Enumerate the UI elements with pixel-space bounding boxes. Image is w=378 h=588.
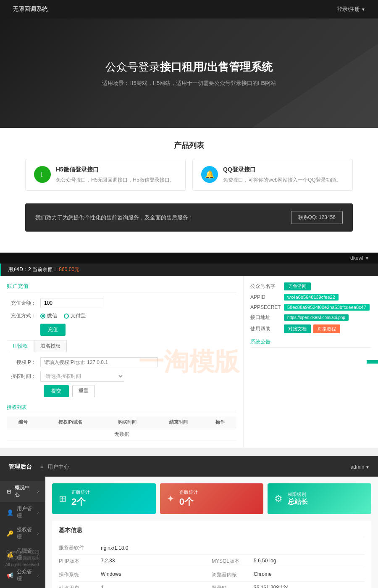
contact-text: 我们致力于为您提供个性化的售前咨询服务，及全面的售后服务！ bbox=[35, 214, 194, 221]
time-select[interactable]: 请选择授权时间 bbox=[40, 371, 124, 382]
sys-notice-label: 系统公告 bbox=[250, 338, 371, 348]
browser-val: Chrome bbox=[254, 571, 272, 578]
os-row: 操作系统 Windows bbox=[59, 568, 212, 582]
pirate-value: 0个 bbox=[179, 496, 257, 508]
tab-domain[interactable]: 域名授权 bbox=[34, 340, 67, 352]
hero-title: 公众号登录接口租用/出售管理系统 bbox=[105, 60, 272, 74]
help-key: 使用帮助 bbox=[250, 325, 284, 332]
server-val: nginx/1.18.0 bbox=[101, 545, 128, 551]
user-panel-content: 一淘模版 暂时只能 账户充值 充值金额： 充值方式： 微信 bbox=[0, 276, 378, 448]
siteuser-key: 站点用户 bbox=[59, 585, 101, 588]
mysql-key: MYSQL版本 bbox=[212, 558, 254, 565]
url-value: https://open.dkewl.com/api.php bbox=[284, 314, 349, 321]
sidebar-label-users: 用户管理 bbox=[17, 505, 34, 519]
col-action: 操作 bbox=[204, 417, 236, 428]
php-key: PHP版本 bbox=[59, 558, 101, 565]
recharge-submit-button[interactable]: 充值 bbox=[40, 324, 66, 336]
admin-user[interactable]: admin bbox=[351, 464, 370, 470]
admin-main: ⊞ 正版统计 2个 ✦ 盗版统计 0个 ⚙ 权限级别 bbox=[45, 477, 378, 588]
sidebar-label-auth: 授权管理 bbox=[17, 526, 34, 541]
login-button[interactable]: 登录/注册 bbox=[337, 5, 365, 13]
basic-info-title: 基本信息 bbox=[59, 527, 365, 537]
stat-card-legit: ⊞ 正版统计 2个 bbox=[52, 483, 156, 514]
sidebar-label-dashboard: 概况中心 bbox=[15, 484, 34, 498]
ip-input[interactable] bbox=[40, 357, 158, 367]
loginip-key: 登录IP bbox=[212, 585, 254, 588]
product-desc-qq: 免费接口，可将你的web网站接入一个QQ登录功能。 bbox=[223, 176, 341, 184]
user-info-bar: 用户ID：2 当前余额： 860.00元 bbox=[0, 264, 378, 276]
stats-row: ⊞ 正版统计 2个 ✦ 盗版统计 0个 ⚙ 权限级别 bbox=[52, 483, 371, 514]
nav-title-text: 用户中心 bbox=[47, 464, 69, 470]
hero-section: 公众号登录接口租用/出售管理系统 适用场景：H5游戏，H5网站，适用于一切需要公… bbox=[0, 18, 378, 128]
appid-key: APPID bbox=[250, 294, 284, 300]
browser-row: 浏览器内核 Chrome bbox=[212, 568, 365, 582]
qq-icon: 🔔 bbox=[201, 166, 218, 183]
time-label: 授权时间： bbox=[7, 373, 36, 380]
tab-ip[interactable]: IP授权 bbox=[7, 340, 34, 352]
product-desc-wechat: 免公众号接口，H5无限回调接口，H5微信登录接口。 bbox=[56, 176, 175, 184]
site-title: 无限回调系统 bbox=[13, 5, 48, 13]
payment-methods: 微信 支付宝 bbox=[40, 312, 86, 319]
level-icon: ⚙ bbox=[274, 493, 283, 504]
sidebar-item-dashboard[interactable]: ⊞ 概况中心 › bbox=[0, 481, 45, 502]
product-section-title: 产品列表 bbox=[25, 140, 353, 150]
mysql-row: MYSQL版本 5.6.50-log bbox=[212, 555, 365, 568]
no-data-text: 无数据 bbox=[7, 428, 236, 441]
user-panel-section: dkewl ▼ 用户ID：2 当前余额： 860.00元 一淘模版 暂时只能 账… bbox=[0, 253, 378, 448]
product-card-wechat[interactable]:  H5微信登录接口 免公众号接口，H5无限回调接口，H5微信登录接口。 bbox=[25, 159, 186, 191]
auth-tabs: IP授权 域名授权 bbox=[7, 340, 236, 352]
method-label: 充值方式： bbox=[7, 312, 36, 319]
os-key: 操作系统 bbox=[59, 571, 101, 578]
product-card-qq[interactable]: 🔔 QQ登录接口 免费接口，可将你的web网站接入一个QQ登录功能。 bbox=[192, 159, 353, 191]
level-value: 总站长 bbox=[288, 498, 365, 506]
alipay-option[interactable]: 支付宝 bbox=[64, 312, 86, 319]
loginip-row: 登录IP 36.161.208.124 bbox=[212, 582, 365, 588]
auth-table: 编号 授权IP/域名 购买时间 结束时间 操作 无数据 bbox=[7, 417, 236, 441]
video-button[interactable]: 对接教程 bbox=[313, 324, 340, 333]
appname-key: 公众号名字 bbox=[250, 283, 284, 290]
product-grid:  H5微信登录接口 免公众号接口，H5无限回调接口，H5微信登录接口。 🔔 Q… bbox=[25, 159, 353, 191]
sidebar-item-auth[interactable]: 🔑 授权管理 › bbox=[0, 523, 45, 544]
siteuser-val: 1 bbox=[101, 585, 104, 588]
temp-only-label: 暂时只能 bbox=[367, 360, 378, 364]
col-number: 编号 bbox=[7, 417, 39, 428]
ip-reset-button[interactable]: 重置 bbox=[72, 385, 95, 397]
nav-icon: ≡ bbox=[40, 464, 44, 470]
server-key: 服务器软件 bbox=[59, 544, 101, 551]
legit-icon: ⊞ bbox=[59, 493, 66, 504]
product-name-wechat: H5微信登录接口 bbox=[56, 166, 175, 174]
wechat-radio-dot bbox=[40, 314, 45, 319]
auth-icon: 🔑 bbox=[7, 530, 13, 537]
doc-button[interactable]: 对接文档 bbox=[284, 324, 311, 333]
server-row: 服务器软件 nginx/1.18.0 bbox=[59, 541, 365, 555]
topbar-user[interactable]: dkewl ▼ bbox=[350, 255, 370, 261]
amount-input[interactable] bbox=[40, 298, 103, 308]
admin-sidebar: ⊞ 概况中心 › 👤 用户管理 › 🔑 授权管理 › 💰 代理管理 › 📢 bbox=[0, 477, 45, 588]
hero-title-bold: 接口租用/出售管理系统 bbox=[160, 61, 272, 73]
recharge-label: 账户充值 bbox=[7, 282, 236, 293]
siteuser-row: 站点用户 1 bbox=[59, 582, 212, 588]
admin-section: 管理后台 ≡ 用户中心 admin ⊞ 概况中心 › 👤 用户管理 › 🔑 授权… bbox=[0, 456, 378, 588]
ip-label: 授权IP： bbox=[7, 359, 36, 366]
sidebar-item-users[interactable]: 👤 用户管理 › bbox=[0, 502, 45, 523]
auth-table-label: 授权列表 bbox=[7, 404, 236, 413]
appid-value: wx4a6b5648139cfee22 bbox=[284, 294, 339, 301]
wechat-pay-option[interactable]: 微信 bbox=[40, 312, 57, 319]
mysql-val: 5.6.50-log bbox=[254, 558, 276, 565]
product-name-qq: QQ登录接口 bbox=[223, 166, 341, 174]
loginip-val: 36.161.208.124 bbox=[254, 585, 289, 588]
col-end-time: 结束时间 bbox=[153, 417, 204, 428]
os-val: Windows bbox=[101, 571, 121, 578]
table-row: 无数据 bbox=[7, 428, 236, 441]
sidebar-item-knowledge[interactable]: 📊 知识管理 › bbox=[0, 586, 45, 588]
contact-qq-button[interactable]: 联系QQ: 123456 bbox=[291, 211, 343, 224]
auth-table-section: 授权列表 编号 授权IP/域名 购买时间 结束时间 操作 无数据 bbox=[7, 404, 236, 441]
sidebar-footer: Copyright © 2023 刀鱼无限回调系统 All rights res… bbox=[0, 546, 45, 571]
alipay-radio-dot bbox=[64, 314, 69, 319]
ip-submit-button[interactable]: 提交 bbox=[44, 385, 69, 397]
ip-auth-form: 授权IP： 授权时间： 请选择授权时间 提交 重置 bbox=[7, 357, 236, 397]
stat-card-pirate: ✦ 盗版统计 0个 bbox=[160, 483, 264, 514]
admin-nav-title: ≡ 用户中心 bbox=[40, 463, 72, 471]
right-panel: 公众号名字 刀鱼游网 APPID wx4a6b5648139cfee22 APP… bbox=[244, 276, 378, 448]
users-icon: 👤 bbox=[7, 509, 13, 516]
